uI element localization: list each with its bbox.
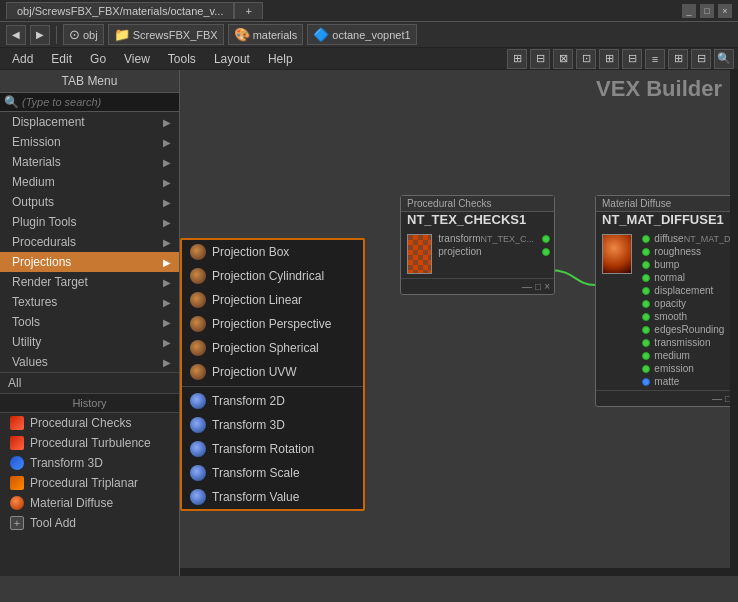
sidebar-item-utility[interactable]: Utility▶ — [0, 332, 179, 352]
node-checks-title: NT_TEX_CHECKS1 — [401, 212, 554, 230]
port-opacity-dot — [642, 300, 650, 308]
sidebar-item-medium[interactable]: Medium▶ — [0, 172, 179, 192]
breadcrumb-screws[interactable]: 📁 ScrewsFBX_FBX — [108, 24, 224, 45]
breadcrumb-obj[interactable]: ⊙ obj — [63, 24, 104, 45]
transform-value-icon — [190, 489, 206, 505]
port-emission-dot — [642, 365, 650, 373]
port-smooth-dot — [642, 313, 650, 321]
icon-btn-8[interactable]: ⊞ — [668, 49, 688, 69]
sidebar-item-textures[interactable]: Textures▶ — [0, 292, 179, 312]
port-medium: medium — [638, 349, 738, 362]
menu-add[interactable]: Add — [4, 50, 41, 68]
window-tab[interactable]: obj/ScrewsFBX_FBX/materials/octane_v... — [6, 2, 234, 19]
sidebar-item-materials[interactable]: Materials▶ — [0, 152, 179, 172]
submenu-item-proj-cylindrical[interactable]: Projection Cylindrical — [182, 264, 363, 288]
tool-add-icon: + — [10, 516, 24, 530]
port-bump-dot — [642, 261, 650, 269]
scrollbar-vertical[interactable] — [730, 70, 738, 568]
history-item-proc-turbulence[interactable]: Procedural Turbulence — [0, 433, 179, 453]
icon-btn-6[interactable]: ⊟ — [622, 49, 642, 69]
icon-btn-1[interactable]: ⊞ — [507, 49, 527, 69]
port-diffuse: diffuse NT_MAT_Di... — [638, 232, 738, 245]
node-checks-btn1[interactable]: — — [522, 281, 532, 292]
proj-box-icon — [190, 244, 206, 260]
icon-btn-4[interactable]: ⊡ — [576, 49, 596, 69]
materials-icon: 🎨 — [234, 27, 250, 42]
toolbar: ◀ ▶ ⊙ obj 📁 ScrewsFBX_FBX 🎨 materials 🔷 … — [0, 22, 738, 48]
search-input[interactable] — [22, 96, 175, 108]
icon-btn-3[interactable]: ⊠ — [553, 49, 573, 69]
submenu-item-transform-scale[interactable]: Transform Scale — [182, 461, 363, 485]
forward-button[interactable]: ▶ — [30, 25, 50, 45]
node-diffuse-preview — [602, 234, 632, 274]
icon-btn-9[interactable]: ⊟ — [691, 49, 711, 69]
icon-btn-5[interactable]: ⊞ — [599, 49, 619, 69]
icon-btn-7[interactable]: ≡ — [645, 49, 665, 69]
octane-icon: 🔷 — [313, 27, 329, 42]
submenu-item-transform-rotation[interactable]: Transform Rotation — [182, 437, 363, 461]
port-transmission-dot — [642, 339, 650, 347]
submenu-item-transform-2d[interactable]: Transform 2D — [182, 389, 363, 413]
node-diffuse-btn1[interactable]: — — [712, 393, 722, 404]
breadcrumb-materials-label: materials — [253, 29, 298, 41]
submenu-item-transform-value[interactable]: Transform Value — [182, 485, 363, 509]
port-transmission: transmission — [638, 336, 738, 349]
new-tab-button[interactable]: + — [234, 2, 262, 19]
sidebar-item-procedurals[interactable]: Procedurals▶ — [0, 232, 179, 252]
icon-btn-2[interactable]: ⊟ — [530, 49, 550, 69]
sidebar-item-projections[interactable]: Projections▶ — [0, 252, 179, 272]
breadcrumb-octane-label: octane_vopnet1 — [332, 29, 410, 41]
history-item-mat-diffuse[interactable]: Material Diffuse — [0, 493, 179, 513]
history-item-tool-add[interactable]: + Tool Add — [0, 513, 179, 533]
node-diffuse-header: Material Diffuse — [596, 196, 738, 212]
breadcrumb-materials[interactable]: 🎨 materials — [228, 24, 304, 45]
obj-icon: ⊙ — [69, 27, 80, 42]
sidebar-item-plugin-tools[interactable]: Plugin Tools▶ — [0, 212, 179, 232]
submenu-item-proj-box[interactable]: Projection Box — [182, 240, 363, 264]
node-procedural-checks[interactable]: Procedural Checks NT_TEX_CHECKS1 transfo… — [400, 195, 555, 295]
node-diffuse-footer: — □ × — [596, 390, 738, 406]
submenu-item-proj-spherical[interactable]: Projection Spherical — [182, 336, 363, 360]
sidebar-item-render-target[interactable]: Render Target▶ — [0, 272, 179, 292]
submenu-item-proj-uvw[interactable]: Projection UVW — [182, 360, 363, 384]
sidebar-item-values[interactable]: Values▶ — [0, 352, 179, 372]
sidebar-item-tools[interactable]: Tools▶ — [0, 312, 179, 332]
maximize-button[interactable]: □ — [700, 4, 714, 18]
proj-cylindrical-icon — [190, 268, 206, 284]
node-material-diffuse[interactable]: Material Diffuse NT_MAT_DIFFUSE1 diffuse… — [595, 195, 738, 407]
minimize-button[interactable]: _ — [682, 4, 696, 18]
history-item-proc-triplanar[interactable]: Procedural Triplanar — [0, 473, 179, 493]
menu-view[interactable]: View — [116, 50, 158, 68]
submenu-item-proj-linear[interactable]: Projection Linear — [182, 288, 363, 312]
submenu-item-transform-3d[interactable]: Transform 3D — [182, 413, 363, 437]
history-header: History — [0, 393, 179, 413]
port-transform: transform NT_TEX_C... — [438, 232, 554, 245]
icon-btn-search[interactable]: 🔍 — [714, 49, 734, 69]
close-button[interactable]: × — [718, 4, 732, 18]
all-header: All — [0, 372, 179, 393]
scrollbar-horizontal[interactable] — [180, 568, 738, 576]
menu-layout[interactable]: Layout — [206, 50, 258, 68]
menu-tools[interactable]: Tools — [160, 50, 204, 68]
sidebar-item-emission[interactable]: Emission▶ — [0, 132, 179, 152]
node-checks-btn2[interactable]: □ — [535, 281, 541, 292]
back-button[interactable]: ◀ — [6, 25, 26, 45]
proj-linear-icon — [190, 292, 206, 308]
port-diffuse-dot — [642, 235, 650, 243]
screws-icon: 📁 — [114, 27, 130, 42]
sidebar-item-outputs[interactable]: Outputs▶ — [0, 192, 179, 212]
history-item-proc-checks[interactable]: Procedural Checks — [0, 413, 179, 433]
port-bump: bump — [638, 258, 738, 271]
menu-go[interactable]: Go — [82, 50, 114, 68]
menu-help[interactable]: Help — [260, 50, 301, 68]
breadcrumb-octane[interactable]: 🔷 octane_vopnet1 — [307, 24, 416, 45]
history-item-transform-3d[interactable]: Transform 3D — [0, 453, 179, 473]
port-edges-rounding: edgesRounding — [638, 323, 738, 336]
submenu-item-proj-perspective[interactable]: Projection Perspective — [182, 312, 363, 336]
node-checks-btn3[interactable]: × — [544, 281, 550, 292]
main-area: TAB Menu 🔍 Displacement▶ Emission▶ Mater… — [0, 70, 738, 576]
menu-edit[interactable]: Edit — [43, 50, 80, 68]
sidebar-item-displacement[interactable]: Displacement▶ — [0, 112, 179, 132]
search-box: 🔍 — [0, 93, 179, 112]
vex-builder-label: VEX Builder — [596, 76, 722, 102]
